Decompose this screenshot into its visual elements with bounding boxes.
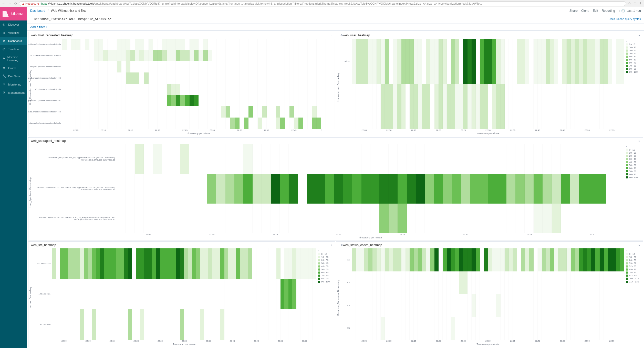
- heatmap-cell[interactable]: [208, 106, 212, 118]
- heatmap-cell[interactable]: [381, 294, 385, 317]
- heatmap-cell[interactable]: [406, 39, 410, 84]
- heatmap-cell[interactable]: [479, 204, 488, 233]
- heatmap-cell[interactable]: [235, 72, 240, 84]
- heatmap-cell[interactable]: [292, 309, 296, 340]
- heatmap-cell[interactable]: [52, 248, 56, 279]
- heatmap-cell[interactable]: [300, 248, 305, 279]
- heatmap-cell[interactable]: [76, 118, 80, 129]
- heatmap-cell[interactable]: [330, 61, 335, 72]
- heatmap-cell[interactable]: [126, 95, 130, 106]
- heatmap-cell[interactable]: [144, 84, 149, 95]
- heatmap-cell[interactable]: [235, 84, 240, 95]
- heatmap-cell[interactable]: [543, 144, 552, 174]
- heatmap-cell[interactable]: [180, 309, 184, 340]
- heatmap-cell[interactable]: [130, 39, 135, 50]
- heatmap-cell[interactable]: [149, 72, 153, 84]
- heatmap-cell[interactable]: [370, 174, 379, 204]
- heatmap-cell[interactable]: [422, 271, 426, 294]
- heatmap-cell[interactable]: [312, 118, 317, 129]
- heatmap-cell[interactable]: [199, 39, 203, 50]
- heatmap-cell[interactable]: [160, 309, 164, 340]
- heatmap-cell[interactable]: [307, 144, 316, 174]
- heatmap-cell[interactable]: [455, 84, 459, 129]
- heatmap-cell[interactable]: [276, 248, 281, 279]
- pager-arrow-icon[interactable]: ›: [331, 243, 332, 247]
- heatmap-cell[interactable]: [505, 84, 509, 129]
- heatmap-cell[interactable]: [168, 309, 172, 340]
- heatmap-cell[interactable]: [407, 144, 416, 174]
- heatmap-cell[interactable]: [352, 317, 356, 340]
- heatmap-cell[interactable]: [600, 248, 604, 271]
- heatmap-cell[interactable]: [271, 106, 276, 118]
- heatmap-cell[interactable]: [567, 271, 571, 294]
- heatmap-cell[interactable]: [185, 39, 190, 50]
- heatmap-cell[interactable]: [312, 84, 317, 95]
- heatmap-cell[interactable]: [253, 84, 258, 95]
- heatmap-cell[interactable]: [267, 72, 271, 84]
- heatmap-cell[interactable]: [135, 174, 144, 204]
- heatmap-cell[interactable]: [135, 72, 140, 84]
- heatmap-cell[interactable]: [149, 39, 153, 50]
- heatmap-cell[interactable]: [447, 317, 451, 340]
- heatmap-cell[interactable]: [317, 84, 321, 95]
- heatmap-cell[interactable]: [476, 271, 480, 294]
- heatmap-cell[interactable]: [513, 84, 517, 129]
- heatmap-cell[interactable]: [190, 95, 194, 106]
- heatmap-cell[interactable]: [64, 309, 68, 340]
- heatmap-cell[interactable]: [525, 39, 529, 84]
- heatmap-cell[interactable]: [184, 309, 188, 340]
- heatmap-cell[interactable]: [407, 174, 416, 204]
- heatmap-cell[interactable]: [308, 50, 312, 61]
- heatmap-cell[interactable]: [148, 248, 152, 279]
- heatmap-cell[interactable]: [591, 84, 595, 129]
- heatmap-cell[interactable]: [398, 204, 407, 233]
- heatmap-cell[interactable]: [272, 279, 276, 309]
- heatmap-cell[interactable]: [167, 106, 171, 118]
- heatmap-cell[interactable]: [84, 279, 88, 309]
- heatmap-cell[interactable]: [285, 106, 289, 118]
- heatmap-cell[interactable]: [76, 39, 80, 50]
- heatmap-cell[interactable]: [542, 248, 546, 271]
- heatmap-cell[interactable]: [144, 174, 153, 204]
- forward-icon[interactable]: →: [8, 2, 11, 5]
- heatmap-cell[interactable]: [76, 309, 80, 340]
- heatmap-cell[interactable]: [108, 248, 112, 279]
- heatmap-cell[interactable]: [513, 271, 517, 294]
- heatmap-cell[interactable]: [393, 84, 397, 129]
- heatmap-cell[interactable]: [172, 248, 176, 279]
- heatmap-cell[interactable]: [288, 279, 293, 309]
- heatmap-cell[interactable]: [112, 309, 116, 340]
- heatmap-cell[interactable]: [216, 174, 225, 204]
- heatmap-cell[interactable]: [608, 248, 612, 271]
- heatmap-cell[interactable]: [418, 39, 422, 84]
- heatmap-cell[interactable]: [334, 204, 343, 233]
- heatmap-cell[interactable]: [521, 84, 525, 129]
- heatmap-cell[interactable]: [85, 72, 90, 84]
- heatmap-cell[interactable]: [330, 95, 335, 106]
- legend-item[interactable]: 70 - 80: [626, 170, 641, 173]
- heatmap-cell[interactable]: [149, 106, 153, 118]
- heatmap-cell[interactable]: [144, 61, 149, 72]
- heatmap-cell[interactable]: [100, 279, 104, 309]
- heatmap-cell[interactable]: [579, 174, 588, 204]
- heatmap-cell[interactable]: [385, 271, 389, 294]
- heatmap-cell[interactable]: [188, 248, 192, 279]
- heatmap-cell[interactable]: [184, 279, 188, 309]
- heatmap-cell[interactable]: [525, 144, 534, 174]
- heatmap-cell[interactable]: [368, 248, 372, 271]
- heatmap-cell[interactable]: [298, 144, 307, 174]
- heatmap-cell[interactable]: [121, 106, 126, 118]
- heatmap-cell[interactable]: [149, 50, 153, 61]
- heatmap-cell[interactable]: [180, 50, 185, 61]
- heatmap-cell[interactable]: [472, 39, 476, 84]
- heatmap-cell[interactable]: [515, 174, 524, 204]
- heatmap-cell[interactable]: [208, 248, 212, 279]
- heatmap-cell[interactable]: [244, 50, 248, 61]
- heatmap-cell[interactable]: [203, 61, 208, 72]
- heatmap-cell[interactable]: [361, 144, 370, 174]
- heatmap-cell[interactable]: [567, 317, 571, 340]
- heatmap-cell[interactable]: [212, 248, 216, 279]
- heatmap-cell[interactable]: [200, 309, 204, 340]
- heatmap-cell[interactable]: [212, 50, 217, 61]
- heatmap-cell[interactable]: [253, 118, 258, 129]
